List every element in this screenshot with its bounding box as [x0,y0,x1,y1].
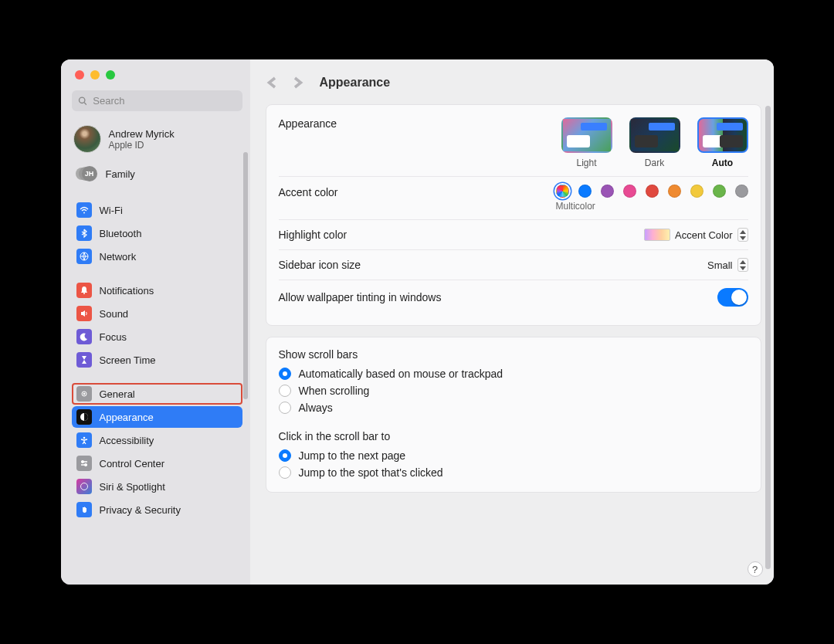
search-icon [78,96,87,106]
sidebar-scrollbar[interactable] [243,152,248,399]
sidebar-item-appearance[interactable]: Appearance [72,406,242,428]
svg-point-10 [81,461,83,463]
radio-icon [279,368,291,380]
sidebar-icon-select[interactable]: Small [707,258,748,272]
tinting-toggle[interactable] [717,288,748,307]
page-title: Appearance [320,76,391,90]
hand-icon [76,502,92,517]
apple-id-row[interactable]: Andrew Myrick Apple ID [72,122,242,156]
sidebar-item-screentime[interactable]: Screen Time [72,349,242,371]
svg-marker-15 [740,236,746,240]
theme-options: Light Dark Auto [561,117,748,168]
sidebar-item-label: Screen Time [100,354,156,366]
family-icon: JH [73,165,98,182]
svg-point-6 [83,393,85,395]
scroll-opt-auto[interactable]: Automatically based on mouse or trackpad [279,365,748,382]
sidebar-item-label: Notifications [100,285,154,297]
bell-icon [76,283,92,298]
sidebar-item-accessibility[interactable]: Accessibility [72,429,242,451]
accessibility-icon [76,432,92,448]
sidebar-item-label: Focus [100,331,127,343]
sidebar-item-general[interactable]: General [72,383,242,405]
accent-pink[interactable] [623,185,636,198]
sidebar-item-label: Privacy & Security [100,504,181,516]
scroll-panel: Show scroll bars Automatically based on … [266,337,761,493]
appearance-panel: Appearance Light Dark Auto [266,104,761,326]
sidebar-item-label: Bluetooth [100,228,142,239]
scroll-opt-always[interactable]: Always [279,399,748,416]
sidebar-item-control-center[interactable]: Control Center [72,452,242,474]
click-opt-spot[interactable]: Jump to the spot that's clicked [279,464,748,481]
stepper-icon [737,228,748,242]
zoom-window-button[interactable] [106,70,115,80]
speaker-icon [76,306,92,321]
accent-multicolor[interactable] [556,185,569,198]
close-window-button[interactable] [75,70,84,80]
main-scrollbar[interactable] [765,106,771,569]
theme-light[interactable]: Light [561,117,612,168]
click-opt-next[interactable]: Jump to the next page [279,447,748,464]
sidebar-item-label: Accessibility [100,435,154,446]
sidebar-item-label: Appearance [100,412,154,423]
sidebar-item-bluetooth[interactable]: Bluetooth [72,222,242,244]
family-row[interactable]: JH Family [72,162,242,185]
theme-light-thumb [561,117,612,153]
family-label: Family [106,168,135,180]
forward-button[interactable] [290,76,304,90]
theme-dark-thumb [629,117,680,153]
accent-yellow[interactable] [690,185,703,198]
search-field[interactable] [72,90,242,111]
user-name: Andrew Myrick [109,128,175,140]
help-button[interactable]: ? [748,561,763,577]
svg-line-1 [84,103,86,105]
hourglass-icon [76,352,92,368]
siri-icon [76,479,92,494]
svg-point-8 [83,437,85,439]
accent-orange[interactable] [668,185,681,198]
accent-purple[interactable] [601,185,614,198]
sidebar-icon-label: Sidebar icon size [279,259,361,271]
sidebar-item-label: Siri & Spotlight [100,481,165,493]
svg-marker-16 [740,260,746,264]
accent-blue[interactable] [578,185,592,198]
minimize-window-button[interactable] [90,70,100,80]
theme-auto[interactable]: Auto [697,117,748,168]
sidebar-item-wifi[interactable]: Wi-Fi [72,199,242,221]
sidebar-item-siri[interactable]: Siri & Spotlight [72,476,242,497]
main-content: Appearance Appearance Light Dark [250,59,774,585]
sidebar-item-label: Network [100,251,137,263]
gear-icon [76,386,92,402]
highlight-select[interactable]: Accent Color [644,228,748,242]
svg-point-2 [83,212,85,214]
theme-dark[interactable]: Dark [629,117,680,168]
accent-red[interactable] [646,185,659,198]
titlebar: Appearance [266,67,761,98]
sidebar-item-sound[interactable]: Sound [72,303,242,324]
sidebar-item-notifications[interactable]: Notifications [72,280,242,301]
appearance-icon [76,409,92,425]
sidebar-item-privacy[interactable]: Privacy & Security [72,499,242,520]
radio-icon [279,449,291,462]
click-scroll-label: Click in the scroll bar to [279,430,748,442]
control-center-icon [76,456,92,471]
highlight-label: Highlight color [279,229,348,241]
radio-icon [279,466,291,479]
sidebar-item-network[interactable]: Network [72,246,242,267]
sidebar-item-focus[interactable]: Focus [72,326,242,347]
accent-graphite[interactable] [735,185,748,198]
accent-selected-label: Multicolor [556,201,595,212]
scrollbars-label: Show scroll bars [279,348,748,361]
search-input[interactable] [91,94,236,107]
scroll-opt-scrolling[interactable]: When scrolling [279,382,748,399]
sidebar-item-label: Control Center [100,458,165,469]
bluetooth-icon [76,225,92,241]
theme-auto-thumb [697,117,748,153]
svg-marker-17 [740,266,746,270]
settings-window: Andrew Myrick Apple ID JH Family Wi-Fi B… [61,59,774,585]
back-button[interactable] [266,76,280,90]
svg-point-12 [84,464,86,466]
sidebar: Andrew Myrick Apple ID JH Family Wi-Fi B… [61,59,250,585]
network-icon [76,249,92,264]
sidebar-item-label: General [100,388,135,400]
accent-green[interactable] [713,185,726,198]
